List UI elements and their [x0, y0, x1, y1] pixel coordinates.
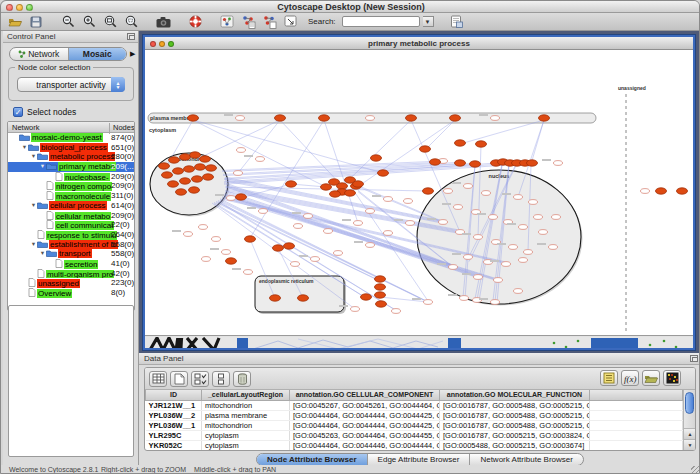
- network-node[interactable]: [273, 245, 284, 251]
- open-session-icon[interactable]: [6, 14, 24, 29]
- network-canvas[interactable]: plasma membranecytoplasmmitochondrionnuc…: [145, 50, 693, 335]
- network-node[interactable]: [539, 115, 550, 121]
- tree-row[interactable]: mosaic-demo-yeast874(0): [8, 133, 134, 143]
- unselect-attributes-icon[interactable]: [212, 371, 230, 387]
- network-node[interactable]: [168, 181, 179, 187]
- network-node-outline[interactable]: [384, 197, 393, 202]
- expand-arrow-icon[interactable]: ▼: [30, 202, 37, 208]
- zoom-fit-icon[interactable]: [101, 14, 119, 29]
- network-node[interactable]: [337, 183, 348, 189]
- import-attributes-icon[interactable]: [448, 14, 466, 29]
- network-node-outline[interactable]: [236, 116, 245, 121]
- attribute-table-icon[interactable]: [149, 371, 167, 387]
- network-node-outline[interactable]: [237, 148, 246, 153]
- import-folder-icon[interactable]: [642, 370, 660, 386]
- network-tree-header[interactable]: Network Nodes: [8, 122, 134, 133]
- expand-arrow-icon[interactable]: ▼: [39, 250, 46, 256]
- network-node-outline[interactable]: [244, 270, 253, 275]
- network-node[interactable]: [353, 181, 364, 187]
- network-node[interactable]: [330, 191, 341, 197]
- network-node[interactable]: [371, 155, 382, 161]
- select-nodes-checkbox[interactable]: ✓: [13, 107, 23, 117]
- tab-network-attribute-browser[interactable]: Network Attribute Browser: [470, 454, 582, 465]
- network-node-outline[interactable]: [460, 296, 469, 301]
- network-node[interactable]: [236, 194, 247, 200]
- vizmapper-icon[interactable]: [218, 14, 236, 29]
- expand-arrow-icon[interactable]: ▼: [30, 241, 37, 247]
- network-node-outline[interactable]: [494, 278, 503, 283]
- network-node-outline[interactable]: [514, 195, 523, 200]
- float-panel-icon[interactable]: [127, 33, 135, 40]
- network-node[interactable]: [200, 156, 211, 162]
- network-node-outline[interactable]: [199, 225, 208, 230]
- float-data-panel-icon[interactable]: [690, 355, 698, 362]
- network-node-outline[interactable]: [464, 184, 473, 189]
- network-node[interactable]: [375, 292, 386, 298]
- tree-row[interactable]: cell communicat22(0): [8, 220, 134, 230]
- expand-arrow-icon[interactable]: ▼: [39, 163, 46, 169]
- network-node-outline[interactable]: [464, 255, 473, 260]
- network-node-outline[interactable]: [502, 262, 511, 267]
- network-node-outline[interactable]: [491, 300, 500, 305]
- tab-node-attribute-browser[interactable]: Node Attribute Browser: [257, 454, 368, 465]
- help-lifesaver-icon[interactable]: [186, 14, 204, 29]
- network-node-outline[interactable]: [392, 309, 401, 314]
- network-node[interactable]: [226, 258, 237, 264]
- network-node[interactable]: [423, 188, 434, 194]
- window-titlebar[interactable]: Cytoscape Desktop (New Session): [1, 1, 700, 13]
- tree-row[interactable]: ▼primary metabo209(...: [8, 162, 134, 172]
- network-node-outline[interactable]: [454, 205, 463, 210]
- tab-mosaic[interactable]: Mosaic: [69, 48, 127, 60]
- network-node[interactable]: [455, 140, 466, 146]
- network-node-outline[interactable]: [384, 231, 393, 236]
- delete-attribute-icon[interactable]: [233, 371, 251, 387]
- network-node[interactable]: [284, 243, 295, 249]
- network-node-outline[interactable]: [212, 237, 221, 242]
- table-row[interactable]: YKR052Ccytoplasm[GO:0044464, GO:0044446,…: [146, 440, 683, 450]
- column-header[interactable]: ID: [146, 390, 202, 400]
- network-node[interactable]: [173, 168, 184, 174]
- search-dropdown-button[interactable]: ▼: [423, 16, 434, 27]
- network-node[interactable]: [298, 295, 309, 301]
- tree-row[interactable]: ▼transport558(0): [8, 249, 134, 259]
- table-row[interactable]: YJR121W__1mitochondrion[GO:0045267, GO:0…: [146, 400, 683, 410]
- tree-row[interactable]: ▼establishment of lo558(0): [8, 240, 134, 250]
- expand-arrow-icon[interactable]: ▼: [30, 153, 37, 159]
- network-node[interactable]: [376, 301, 387, 307]
- network-node[interactable]: [470, 161, 481, 167]
- table-row[interactable]: YPL036W__1mitochondrion[GO:0044464, GO:0…: [146, 420, 683, 430]
- tree-row[interactable]: unassigned223(0): [8, 278, 134, 288]
- network-node[interactable]: [378, 170, 389, 176]
- annotation-icon[interactable]: [281, 14, 299, 29]
- network-node[interactable]: [162, 172, 173, 178]
- network-node-outline[interactable]: [509, 245, 518, 250]
- network-node[interactable]: [206, 165, 217, 171]
- network-node-outline[interactable]: [534, 215, 543, 220]
- tree-row[interactable]: ▼cellular process614(0): [8, 201, 134, 211]
- network-node[interactable]: [169, 157, 180, 163]
- network-node[interactable]: [180, 178, 191, 184]
- network-node[interactable]: [189, 187, 200, 193]
- network-node-outline[interactable]: [256, 157, 265, 162]
- search-input[interactable]: [342, 16, 420, 27]
- column-header[interactable]: _cellularLayoutRegion: [202, 390, 290, 400]
- network-node-outline[interactable]: [259, 209, 268, 214]
- tree-row[interactable]: ▼metabolic process280(0): [8, 152, 134, 162]
- network-node-outline[interactable]: [227, 196, 236, 201]
- network-node[interactable]: [450, 115, 461, 121]
- network-node[interactable]: [188, 115, 199, 121]
- network-node[interactable]: [184, 166, 195, 172]
- destroy-network-icon[interactable]: [260, 14, 278, 29]
- save-session-icon[interactable]: [27, 14, 45, 29]
- network-node-outline[interactable]: [552, 215, 561, 220]
- network-node[interactable]: [275, 115, 286, 121]
- new-attribute-icon[interactable]: [170, 371, 188, 387]
- tab-edge-attribute-browser[interactable]: Edge Attribute Browser: [368, 454, 471, 465]
- network-node-outline[interactable]: [529, 200, 538, 205]
- network-node[interactable]: [527, 160, 538, 166]
- tree-row[interactable]: Overview8(0): [8, 288, 134, 298]
- network-node[interactable]: [192, 176, 203, 182]
- network-node[interactable]: [656, 188, 667, 194]
- network-node-outline[interactable]: [291, 262, 300, 267]
- network-node-outline[interactable]: [519, 258, 528, 263]
